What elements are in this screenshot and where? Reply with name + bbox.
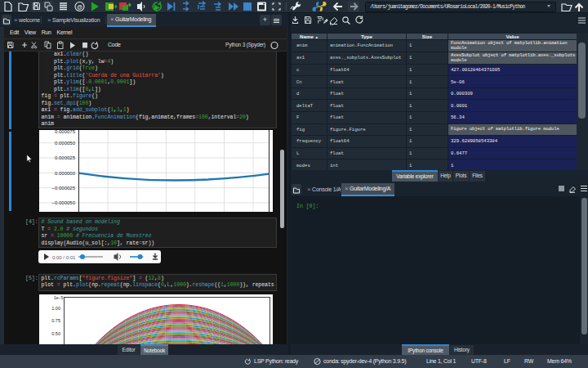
svg-text:0.000050: 0.000050 — [55, 141, 76, 146]
svg-text:−0.000025: −0.000025 — [51, 186, 75, 191]
svg-text:0.000075: 0.000075 — [55, 130, 76, 134]
svg-text:@: @ — [77, 4, 82, 10]
svg-text:1.00: 1.00 — [51, 306, 60, 311]
svg-text:1e−5: 1e−5 — [54, 295, 63, 300]
svg-text:0.000025: 0.000025 — [55, 155, 76, 160]
svg-text:−0.000050: −0.000050 — [51, 200, 75, 205]
svg-text:0.75: 0.75 — [51, 318, 60, 323]
svg-text:0:00 / 0:01: 0:00 / 0:01 — [52, 255, 76, 260]
svg-text:0.50: 0.50 — [51, 331, 60, 336]
svg-text:0.000000: 0.000000 — [55, 171, 76, 176]
